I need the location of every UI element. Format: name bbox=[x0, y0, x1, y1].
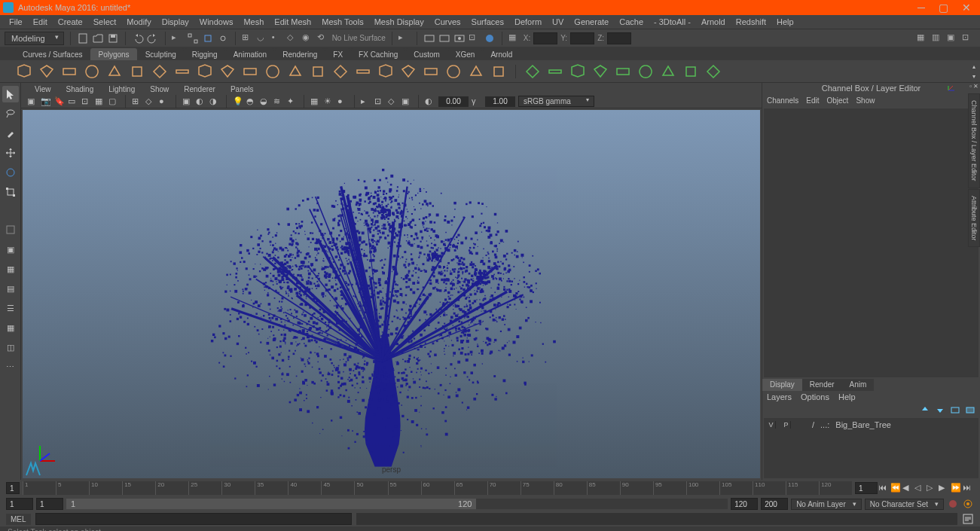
layer-new-empty-icon[interactable] bbox=[950, 404, 960, 415]
lights-icon[interactable]: 💡 bbox=[233, 96, 243, 107]
shaded-display-icon[interactable]: ▣ bbox=[401, 96, 412, 107]
shelf-icon-30[interactable] bbox=[704, 63, 722, 81]
range-inner-start-input[interactable] bbox=[36, 498, 63, 510]
menu-generate[interactable]: Generate bbox=[569, 16, 613, 28]
snap-point-icon[interactable]: • bbox=[272, 32, 284, 44]
undo-icon[interactable] bbox=[132, 32, 144, 44]
coord-x-input[interactable] bbox=[533, 32, 557, 44]
vp-menu-renderer[interactable]: Renderer bbox=[178, 84, 221, 94]
single-view-icon[interactable]: ▣ bbox=[2, 241, 19, 258]
motion-blur-icon[interactable]: ≋ bbox=[273, 96, 284, 107]
shelf-icon-29[interactable] bbox=[682, 63, 700, 81]
ao-icon[interactable]: ◒ bbox=[260, 96, 270, 107]
menu-cache[interactable]: Cache bbox=[615, 16, 648, 28]
range-outer-start-input[interactable] bbox=[6, 498, 33, 510]
layer-menu-help[interactable]: Help bbox=[838, 392, 856, 401]
layer-move-up-icon[interactable] bbox=[920, 404, 930, 415]
play-back-icon[interactable]: ◁ bbox=[914, 483, 925, 493]
redo-icon[interactable] bbox=[147, 32, 159, 44]
hypershade-view-icon[interactable]: ◫ bbox=[2, 339, 19, 356]
shelf-icon-25[interactable] bbox=[591, 63, 609, 81]
go-start-icon[interactable]: ⏮ bbox=[878, 483, 889, 493]
aa-icon[interactable]: ✦ bbox=[287, 96, 298, 107]
menu--dtoall-[interactable]: - 3DtoAll - bbox=[649, 16, 695, 28]
menu-windows[interactable]: Windows bbox=[195, 16, 238, 28]
menu-select[interactable]: Select bbox=[89, 16, 121, 28]
side-tab-channel-box-layer-editor[interactable]: Channel Box / Layer Editor bbox=[968, 93, 980, 188]
prev-key-icon[interactable]: ⏪ bbox=[890, 483, 901, 493]
xray-icon[interactable]: ◐ bbox=[196, 96, 206, 107]
shelf-tab-animation[interactable]: Animation bbox=[226, 48, 274, 60]
menu-edit[interactable]: Edit bbox=[29, 16, 52, 28]
safe-area-icon[interactable]: ▢ bbox=[108, 96, 119, 107]
shelf-icon-23[interactable] bbox=[546, 63, 564, 81]
shelf-tab-polygons[interactable]: Polygons bbox=[90, 48, 136, 60]
shelf-icon-24[interactable] bbox=[569, 63, 587, 81]
maximize-button[interactable]: ▢ bbox=[939, 2, 948, 13]
menu-surfaces[interactable]: Surfaces bbox=[467, 16, 508, 28]
menu-modify[interactable]: Modify bbox=[122, 16, 155, 28]
gamma-icon[interactable]: γ bbox=[472, 96, 482, 107]
channel-menu-show[interactable]: Show bbox=[856, 96, 875, 105]
select-tool[interactable] bbox=[2, 86, 19, 102]
layout-grid-icon[interactable]: ▦ bbox=[917, 32, 929, 44]
shelf-icon-12[interactable] bbox=[286, 63, 304, 81]
anim-layer-dropdown[interactable]: No Anim Layer bbox=[791, 499, 862, 510]
shelf-icon-2[interactable] bbox=[60, 63, 78, 81]
shelf-icon-22[interactable] bbox=[524, 63, 542, 81]
shelf-icon-27[interactable] bbox=[637, 63, 655, 81]
bookmark-icon[interactable]: 🔖 bbox=[54, 96, 65, 107]
channel-menu-channels[interactable]: Channels bbox=[767, 96, 798, 105]
prefs-icon[interactable] bbox=[962, 498, 974, 510]
last-tool[interactable] bbox=[2, 221, 19, 238]
new-scene-icon[interactable] bbox=[77, 32, 89, 44]
resolution-gate-icon[interactable]: ▸ bbox=[361, 96, 371, 107]
shelf-tab-curves-surfaces[interactable]: Curves / Surfaces bbox=[15, 48, 90, 60]
rotate-tool[interactable] bbox=[2, 164, 19, 181]
cmd-lang-label[interactable]: MEL bbox=[6, 514, 31, 525]
shelf-icon-4[interactable] bbox=[105, 63, 124, 81]
wireframe-shaded-icon[interactable]: ⊡ bbox=[374, 96, 385, 107]
vp-menu-shading[interactable]: Shading bbox=[60, 84, 100, 94]
auto-key-icon[interactable] bbox=[947, 498, 959, 510]
layer-menu-layers[interactable]: Layers bbox=[767, 392, 792, 401]
xray-joints-icon[interactable]: ◑ bbox=[209, 96, 220, 107]
vp-menu-lighting[interactable]: Lighting bbox=[102, 84, 141, 94]
minimize-button[interactable]: ─ bbox=[917, 2, 925, 13]
layer-tab-render[interactable]: Render bbox=[802, 379, 842, 391]
prev-frame-icon[interactable]: ◀ bbox=[902, 483, 913, 493]
menu-display[interactable]: Display bbox=[157, 16, 194, 28]
shelf-icon-7[interactable] bbox=[173, 63, 191, 81]
menu-edit-mesh[interactable]: Edit Mesh bbox=[270, 16, 316, 28]
lasso-tool[interactable] bbox=[2, 105, 19, 122]
channel-menu-edit[interactable]: Edit bbox=[806, 96, 819, 105]
menu-mesh[interactable]: Mesh bbox=[239, 16, 268, 28]
use-all-lights-icon[interactable]: ☀ bbox=[324, 96, 334, 107]
layer-new-selected-icon[interactable] bbox=[965, 404, 975, 415]
range-inner-end-input[interactable] bbox=[731, 498, 758, 510]
shelf-icon-1[interactable] bbox=[38, 63, 56, 81]
construction-history-icon[interactable]: ▸ bbox=[398, 32, 411, 44]
shelf-tab-rendering[interactable]: Rendering bbox=[275, 48, 325, 60]
snap-curve-icon[interactable]: ◡ bbox=[257, 32, 269, 44]
layer-playback[interactable]: P bbox=[782, 421, 791, 429]
time-track[interactable]: 1510152025303540455055606570758085909510… bbox=[23, 481, 852, 495]
persp-graph-icon[interactable]: ▦ bbox=[2, 319, 19, 336]
shelf-tab-xgen[interactable]: XGen bbox=[448, 48, 483, 60]
scale-tool[interactable] bbox=[2, 184, 19, 200]
script-editor-icon[interactable] bbox=[962, 513, 974, 525]
channelbox-body[interactable] bbox=[764, 108, 978, 377]
image-plane-icon[interactable]: ▭ bbox=[68, 96, 78, 107]
menu-deform[interactable]: Deform bbox=[510, 16, 546, 28]
paint-select-tool[interactable] bbox=[2, 125, 19, 142]
layer-visibility[interactable]: V bbox=[767, 421, 776, 429]
move-tool[interactable] bbox=[2, 145, 19, 161]
tree-mesh[interactable] bbox=[148, 135, 615, 466]
select-object-icon[interactable] bbox=[202, 32, 214, 44]
play-forward-icon[interactable]: ▷ bbox=[927, 483, 937, 493]
viewport[interactable]: persp bbox=[23, 110, 760, 478]
shelf-tab-fx-caching[interactable]: FX Caching bbox=[351, 48, 405, 60]
render-settings-icon[interactable] bbox=[453, 32, 466, 44]
layout-more-icon[interactable]: ⋯ bbox=[2, 359, 19, 375]
menu-arnold[interactable]: Arnold bbox=[697, 16, 730, 28]
